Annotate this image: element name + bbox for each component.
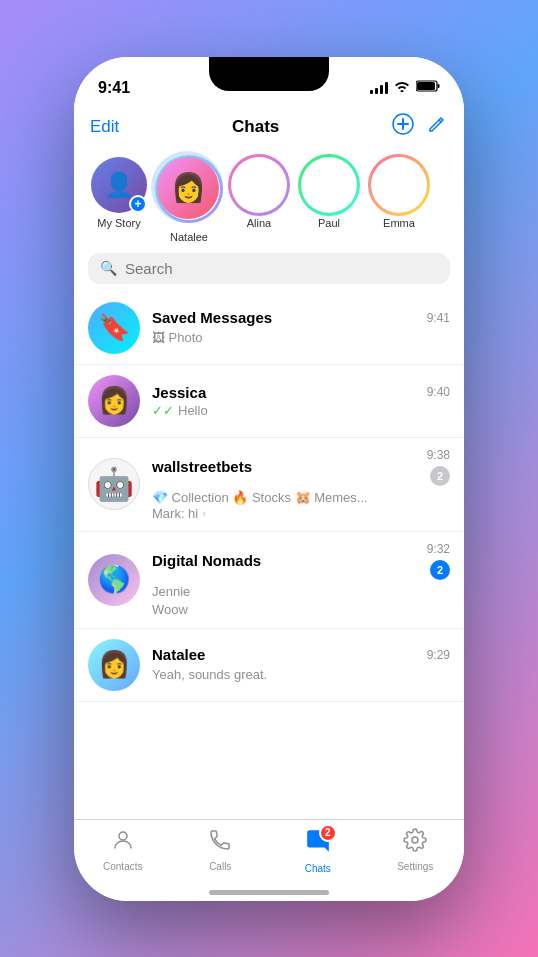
status-icons	[370, 80, 440, 95]
my-story-avatar-wrap: 👤 +	[91, 157, 147, 213]
wsb-badge: 2	[430, 466, 450, 486]
digital-nomads-time: 9:32	[427, 542, 450, 556]
emma-story-avatar-wrap: 👩	[371, 157, 427, 213]
search-bar: 🔍	[88, 253, 450, 284]
saved-messages-time: 9:41	[427, 311, 450, 325]
wsb-right: 9:38 2	[419, 448, 450, 486]
my-story-label: My Story	[97, 217, 140, 229]
status-bar: 9:41	[74, 57, 464, 107]
stories-row: 👤 + My Story 👩 Natalee 👩	[74, 151, 464, 253]
natalee-chat-name: Natalee	[152, 646, 205, 663]
natalee-story-avatar-wrap: 👩	[157, 157, 221, 221]
wsb-preview: 💎 Collection 🔥 Stocks 🐹 Memes...	[152, 490, 368, 505]
story-item-natalee[interactable]: 👩 Natalee	[154, 157, 224, 243]
story-item-paul[interactable]: 👨 Paul	[294, 157, 364, 243]
story-item-my-story[interactable]: 👤 + My Story	[84, 157, 154, 243]
home-indicator	[209, 890, 329, 895]
saved-messages-body: Saved Messages 9:41 🖼 Photo	[152, 309, 450, 346]
jessica-avatar: 👩	[88, 375, 140, 427]
settings-icon	[403, 828, 427, 858]
jessica-right: 9:40	[419, 385, 450, 399]
svg-point-4	[119, 832, 127, 840]
wsb-top: wallstreetbets 9:38 2	[152, 448, 450, 486]
saved-messages-avatar: 🔖	[88, 302, 140, 354]
natalee-story-label: Natalee	[170, 231, 208, 243]
chats-icon: 2	[305, 828, 331, 860]
tab-chats[interactable]: 2 Chats	[269, 828, 367, 874]
wifi-icon	[394, 80, 410, 95]
tab-bar: Contacts Calls 2 Chats	[74, 819, 464, 901]
settings-label: Settings	[397, 861, 433, 872]
jessica-top: Jessica 9:40	[152, 384, 450, 401]
battery-icon	[416, 80, 440, 95]
digital-nomads-avatar: 🌎	[88, 554, 140, 606]
signal-bars-icon	[370, 82, 388, 94]
natalee-chat-top: Natalee 9:29	[152, 646, 450, 663]
status-time: 9:41	[98, 79, 130, 97]
natalee-chat-preview: Yeah, sounds great.	[152, 667, 267, 682]
paul-story-avatar-wrap: 👨	[301, 157, 357, 213]
digital-nomads-body: Digital Nomads 9:32 2 Jennie Woow	[152, 542, 450, 618]
wsb-chevron-icon: ›	[202, 507, 206, 519]
search-input[interactable]	[125, 260, 438, 277]
digital-nomads-preview2: Woow	[152, 602, 188, 617]
natalee-story-avatar: 👩	[157, 157, 219, 219]
story-item-emma[interactable]: 👩 Emma	[364, 157, 434, 243]
natalee-chat-avatar: 👩	[88, 639, 140, 691]
new-group-button[interactable]	[392, 113, 414, 141]
svg-rect-1	[438, 84, 440, 88]
chat-item-digital-nomads[interactable]: 🌎 Digital Nomads 9:32 2 Jennie Woow	[74, 532, 464, 629]
alina-story-label: Alina	[247, 217, 271, 229]
jessica-preview: Hello	[178, 403, 208, 418]
saved-messages-preview: 🖼 Photo	[152, 330, 203, 345]
digital-nomads-name: Digital Nomads	[152, 552, 261, 569]
contacts-icon	[111, 828, 135, 858]
edit-button[interactable]: Edit	[90, 117, 119, 137]
header-title: Chats	[232, 117, 279, 137]
digital-nomads-badge: 2	[430, 560, 450, 580]
jessica-check: ✓✓	[152, 403, 174, 418]
chats-tab-label: Chats	[305, 863, 331, 874]
tab-settings[interactable]: Settings	[367, 828, 465, 872]
chats-header: Edit Chats	[74, 107, 464, 151]
saved-messages-top: Saved Messages 9:41	[152, 309, 450, 326]
compose-button[interactable]	[426, 113, 448, 141]
chat-item-lee[interactable]: 🙍 Lee 9:20 Mind if I invite my friend?	[74, 702, 464, 712]
digital-nomads-preview: Jennie	[152, 584, 190, 599]
chat-item-wallstreetbets[interactable]: 🤖 wallstreetbets 9:38 2 💎 Collection 🔥 S…	[74, 438, 464, 532]
emma-story-label: Emma	[383, 217, 415, 229]
natalee-chat-right: 9:29	[419, 648, 450, 662]
natalee-chat-time: 9:29	[427, 648, 450, 662]
contacts-label: Contacts	[103, 861, 142, 872]
chats-badge: 2	[319, 824, 337, 842]
paul-story-label: Paul	[318, 217, 340, 229]
wsb-time: 9:38	[427, 448, 450, 462]
add-story-button[interactable]: +	[129, 195, 147, 213]
story-item-alina[interactable]: 👩 Alina	[224, 157, 294, 243]
saved-messages-name: Saved Messages	[152, 309, 272, 326]
emma-story-ring	[368, 154, 430, 216]
search-icon: 🔍	[100, 260, 117, 276]
tab-calls[interactable]: Calls	[172, 828, 270, 872]
chat-item-natalee[interactable]: 👩 Natalee 9:29 Yeah, sounds great.	[74, 629, 464, 702]
chat-item-saved-messages[interactable]: 🔖 Saved Messages 9:41 🖼 Photo	[74, 292, 464, 365]
wsb-name: wallstreetbets	[152, 458, 252, 475]
chat-item-jessica[interactable]: 👩 Jessica 9:40 ✓✓ Hello	[74, 365, 464, 438]
tab-contacts[interactable]: Contacts	[74, 828, 172, 872]
paul-story-ring	[298, 154, 360, 216]
digital-nomads-right: 9:32 2	[419, 542, 450, 580]
calls-icon	[208, 828, 232, 858]
digital-nomads-top: Digital Nomads 9:32 2	[152, 542, 450, 580]
header-actions	[392, 113, 448, 141]
jessica-name: Jessica	[152, 384, 206, 401]
natalee-chat-body: Natalee 9:29 Yeah, sounds great.	[152, 646, 450, 683]
alina-story-ring	[228, 154, 290, 216]
alina-story-avatar-wrap: 👩	[231, 157, 287, 213]
svg-rect-2	[417, 82, 435, 90]
notch	[209, 57, 329, 91]
calls-label: Calls	[209, 861, 231, 872]
phone-frame: 9:41 Edit Chats	[74, 57, 464, 901]
jessica-body: Jessica 9:40 ✓✓ Hello	[152, 384, 450, 418]
wsb-preview2: Mark: hi ›	[152, 506, 450, 521]
wsb-body: wallstreetbets 9:38 2 💎 Collection 🔥 Sto…	[152, 448, 450, 521]
